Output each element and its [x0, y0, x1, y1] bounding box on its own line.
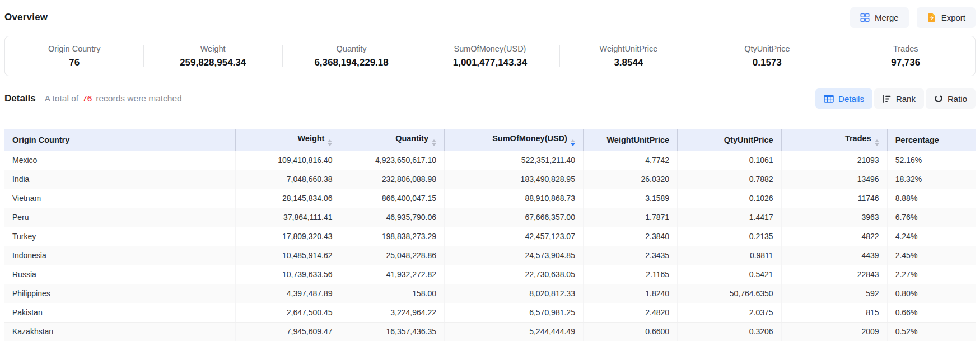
cell: 52.16% — [887, 151, 976, 170]
merge-icon — [860, 13, 870, 22]
cell: 4,923,650,617.10 — [340, 151, 445, 170]
cell: 26.0320 — [583, 170, 677, 189]
cell: 6.76% — [887, 208, 976, 227]
rank-icon — [883, 95, 892, 103]
column-header-trades[interactable]: Trades — [781, 129, 887, 151]
cell: 3,224,964.22 — [340, 303, 445, 322]
view-tabs: Details Rank — [815, 88, 976, 109]
merge-button[interactable]: Merge — [850, 7, 909, 28]
table-row: Philippines4,397,487.89158.008,020,812.3… — [4, 284, 976, 303]
stat-label: SumOfMoney(USD) — [421, 44, 559, 53]
cell: 4,397,487.89 — [236, 284, 340, 303]
tab-label: Rank — [896, 94, 916, 104]
cell: 28,145,834.06 — [236, 189, 340, 208]
stat-item: Trades 97,736 — [837, 42, 975, 71]
cell: 0.80% — [887, 284, 976, 303]
cell: 7,945,609.47 — [236, 322, 340, 341]
cell: 0.6600 — [583, 322, 677, 341]
table-row: Vietnam28,145,834.06866,400,047.1588,910… — [4, 189, 976, 208]
cell: 11746 — [781, 189, 887, 208]
cell: 2.27% — [887, 265, 976, 284]
records-count: 76 — [82, 94, 92, 103]
cell: 10,739,633.56 — [236, 265, 340, 284]
export-button-label: Export — [941, 13, 965, 22]
overview-card: Origin Country 76 Weight 259,828,954.34 … — [4, 36, 976, 76]
stat-label: Trades — [837, 44, 975, 53]
table-row: Kazakhstan7,945,609.4716,357,436.355,244… — [4, 322, 976, 341]
cell: 0.3206 — [678, 322, 782, 341]
cell: 5,244,444.49 — [444, 322, 583, 341]
column-label: SumOfMoney(USD) — [492, 134, 567, 143]
cell: 0.5421 — [678, 265, 782, 284]
cell: 46,935,790.06 — [340, 208, 445, 227]
records-prefix: A total of — [45, 94, 78, 103]
records-summary: A total of76records were matched — [45, 94, 182, 104]
cell: 4822 — [781, 227, 887, 246]
column-header-quantity[interactable]: Quantity — [340, 129, 445, 151]
stat-item: Quantity 6,368,194,229.18 — [282, 42, 421, 71]
stat-value: 76 — [5, 57, 143, 68]
page-title: Overview — [4, 12, 48, 23]
column-header-sumofmoney-usd-[interactable]: SumOfMoney(USD) — [444, 129, 583, 151]
cell: 2.3435 — [583, 246, 677, 265]
cell-origin-country: Vietnam — [4, 189, 236, 208]
cell: 866,400,047.15 — [340, 189, 445, 208]
cell: 22843 — [781, 265, 887, 284]
cell: 2.1165 — [583, 265, 677, 284]
cell: 2.3840 — [583, 227, 677, 246]
cell: 109,410,816.40 — [236, 151, 340, 170]
cell: 67,666,357.00 — [444, 208, 583, 227]
cell: 8,020,812.33 — [444, 284, 583, 303]
cell: 815 — [781, 303, 887, 322]
tab-details[interactable]: Details — [815, 88, 872, 109]
stat-item: QtyUnitPrice 0.1573 — [698, 42, 836, 71]
stat-value: 1,001,477,143.34 — [421, 57, 559, 68]
tab-ratio[interactable]: Ratio — [926, 88, 976, 109]
tab-rank[interactable]: Rank — [874, 88, 924, 109]
cell: 0.9811 — [678, 246, 782, 265]
cell: 592 — [781, 284, 887, 303]
tab-label: Ratio — [948, 94, 967, 104]
export-icon — [927, 13, 936, 22]
cell: 232,806,088.98 — [340, 170, 445, 189]
table-row: Pakistan2,647,500.453,224,964.226,570,98… — [4, 303, 976, 322]
cell: 2,647,500.45 — [236, 303, 340, 322]
cell: 16,357,436.35 — [340, 322, 445, 341]
details-table: Origin CountryWeightQuantitySumOfMoney(U… — [4, 129, 976, 341]
topbar: Overview Merge — [4, 7, 976, 28]
cell-origin-country: Peru — [4, 208, 236, 227]
cell: 4.24% — [887, 227, 976, 246]
column-header-origin-country: Origin Country — [4, 129, 236, 151]
cell: 2009 — [781, 322, 887, 341]
cell: 198,838,273.29 — [340, 227, 445, 246]
sort-icon — [875, 139, 879, 146]
cell-origin-country: Mexico — [4, 151, 236, 170]
stat-value: 97,736 — [837, 57, 975, 68]
export-button[interactable]: Export — [917, 7, 976, 28]
details-left: Details A total of76records were matched — [4, 93, 182, 104]
cell: 42,457,123.07 — [444, 227, 583, 246]
cell: 37,864,111.41 — [236, 208, 340, 227]
details-bar: Details A total of76records were matched… — [4, 88, 976, 109]
cell: 88,910,868.73 — [444, 189, 583, 208]
sort-icon — [432, 139, 436, 146]
cell: 2.4820 — [583, 303, 677, 322]
stat-value: 259,828,954.34 — [143, 57, 282, 68]
table-icon — [824, 95, 834, 103]
cell: 0.1026 — [678, 189, 782, 208]
cell: 522,351,211.40 — [444, 151, 583, 170]
column-header-weight[interactable]: Weight — [236, 129, 340, 151]
cell: 13496 — [781, 170, 887, 189]
cell: 158.00 — [340, 284, 445, 303]
cell: 25,048,228.86 — [340, 246, 445, 265]
table-row: Indonesia10,485,914.6225,048,228.8624,57… — [4, 246, 976, 265]
cell: 1.7871 — [583, 208, 677, 227]
stat-label: Origin Country — [5, 44, 143, 53]
stat-value: 3.8544 — [559, 57, 698, 68]
cell: 41,932,272.82 — [340, 265, 445, 284]
stat-item: WeightUnitPrice 3.8544 — [559, 42, 698, 71]
cell: 0.1061 — [678, 151, 782, 170]
column-label: Origin Country — [12, 136, 69, 144]
cell: 183,490,828.95 — [444, 170, 583, 189]
column-label: WeightUnitPrice — [606, 136, 669, 144]
